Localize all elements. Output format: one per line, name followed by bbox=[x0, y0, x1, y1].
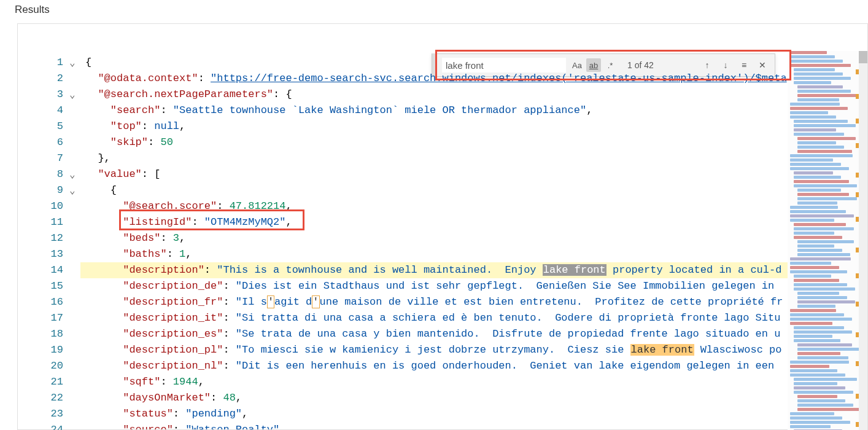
line-number-gutter: 123456789101112131415161718192021222324 bbox=[18, 55, 68, 430]
code-line[interactable]: "listingId": "OTM4MzMyMQ2", bbox=[80, 214, 788, 230]
code-line[interactable]: "daysOnMarket": 48, bbox=[80, 390, 788, 406]
minimap-line bbox=[794, 378, 857, 381]
fold-chevron-icon bbox=[69, 246, 80, 262]
minimap-line bbox=[790, 111, 828, 114]
fold-chevron-icon bbox=[69, 342, 80, 358]
code-line[interactable]: "status": "pending", bbox=[80, 406, 788, 422]
minimap-line bbox=[797, 244, 834, 248]
code-line[interactable]: "description_nl": "Dit is een herenhuis … bbox=[80, 358, 788, 374]
minimap-line bbox=[790, 55, 835, 58]
code-line[interactable]: "description": "This is a townhouse and … bbox=[80, 262, 788, 278]
minimap-line bbox=[797, 240, 854, 243]
minimap-line bbox=[790, 257, 851, 260]
minimap-line bbox=[794, 330, 852, 334]
code-line[interactable]: "source": "Watson Realty", bbox=[80, 422, 788, 429]
code-line[interactable]: "skip": 50 bbox=[80, 135, 788, 150]
minimap-line bbox=[790, 64, 851, 67]
minimap-line bbox=[790, 270, 847, 273]
minimap-line bbox=[790, 412, 834, 415]
minimap[interactable] bbox=[788, 51, 859, 430]
minimap-line bbox=[790, 322, 832, 325]
code-line[interactable]: "@search.score": 47.812214, bbox=[80, 198, 788, 214]
code-line[interactable]: "top": null, bbox=[80, 119, 788, 135]
vertical-scrollbar[interactable] bbox=[859, 51, 867, 430]
fold-chevron-icon[interactable] bbox=[69, 182, 80, 198]
code-line[interactable]: "baths": 1, bbox=[80, 246, 788, 262]
code-line[interactable]: }, bbox=[80, 150, 788, 166]
minimap-line bbox=[790, 210, 846, 213]
minimap-line bbox=[797, 189, 841, 192]
minimap-line bbox=[790, 361, 849, 364]
code-line[interactable]: "search": "Seattle townhouse `Lake Washi… bbox=[80, 103, 788, 119]
minimap-line bbox=[794, 176, 841, 179]
code-line[interactable]: { bbox=[80, 55, 788, 71]
code-line[interactable]: "description_it": "Si tratta di una casa… bbox=[80, 310, 788, 326]
code-line[interactable]: { bbox=[80, 182, 788, 198]
minimap-line bbox=[790, 60, 843, 63]
fold-gutter bbox=[69, 55, 80, 430]
minimap-line bbox=[797, 201, 837, 205]
fold-chevron-icon[interactable] bbox=[69, 166, 80, 182]
minimap-line bbox=[790, 154, 853, 157]
minimap-line bbox=[794, 326, 844, 329]
minimap-line bbox=[790, 51, 827, 54]
line-number: 14 bbox=[18, 262, 68, 278]
code-line[interactable]: "value": [ bbox=[80, 166, 788, 182]
minimap-line bbox=[797, 193, 849, 196]
code-line[interactable]: "beds": 3, bbox=[80, 230, 788, 246]
minimap-line bbox=[794, 279, 839, 282]
minimap-line bbox=[797, 98, 839, 101]
minimap-line bbox=[790, 373, 845, 377]
fold-chevron-icon[interactable] bbox=[69, 87, 80, 103]
code-line[interactable]: "@odata.context": "https://free-demo-sea… bbox=[80, 71, 788, 87]
fold-chevron-icon bbox=[69, 230, 80, 246]
fold-chevron-icon bbox=[69, 422, 80, 430]
minimap-line bbox=[797, 150, 852, 153]
fold-chevron-icon bbox=[69, 326, 80, 342]
line-number: 6 bbox=[18, 135, 68, 150]
code-line[interactable]: "@search.nextPageParameters": { bbox=[80, 87, 788, 103]
minimap-line bbox=[797, 395, 837, 398]
fold-chevron-icon[interactable] bbox=[69, 55, 80, 71]
code-line[interactable]: "description_de": "Dies ist ein Stadthau… bbox=[80, 278, 788, 294]
line-number: 7 bbox=[18, 150, 68, 166]
fold-chevron-icon bbox=[69, 374, 80, 390]
code-content[interactable]: { "@odata.context": "https://free-demo-s… bbox=[80, 55, 788, 429]
code-line[interactable]: "sqft": 1944, bbox=[80, 374, 788, 390]
fold-chevron-icon bbox=[69, 119, 80, 135]
minimap-line bbox=[797, 94, 859, 97]
minimap-line bbox=[797, 305, 835, 308]
line-number: 11 bbox=[18, 214, 68, 230]
minimap-line bbox=[794, 124, 856, 127]
code-line[interactable]: "description_pl": "To miesci sie w kamie… bbox=[80, 342, 788, 358]
minimap-line bbox=[794, 287, 855, 291]
code-editor[interactable]: Aa ab .* 1 of 42 ↑ ↓ ≡ ✕ 123456789101112… bbox=[17, 23, 868, 430]
minimap-line bbox=[790, 369, 837, 372]
code-line[interactable]: "description_es": "Se trata de una casa … bbox=[80, 326, 788, 342]
minimap-line bbox=[797, 408, 859, 411]
minimap-line bbox=[790, 103, 840, 106]
minimap-line bbox=[794, 382, 837, 385]
minimap-line bbox=[790, 163, 841, 166]
minimap-line bbox=[794, 72, 843, 76]
scroll-thumb[interactable] bbox=[859, 51, 867, 63]
minimap-line bbox=[797, 300, 855, 303]
fold-chevron-icon bbox=[69, 198, 80, 214]
fold-chevron-icon bbox=[69, 150, 80, 166]
code-line[interactable]: "description_fr": "Il s'agit d'une maiso… bbox=[80, 294, 788, 310]
minimap-line bbox=[797, 85, 843, 88]
minimap-line bbox=[797, 343, 852, 346]
minimap-line bbox=[790, 425, 831, 428]
line-number: 18 bbox=[18, 326, 68, 342]
minimap-line bbox=[797, 249, 842, 252]
line-number: 17 bbox=[18, 310, 68, 326]
fold-chevron-icon bbox=[69, 390, 80, 406]
minimap-line bbox=[794, 120, 848, 123]
line-number: 16 bbox=[18, 294, 68, 310]
minimap-line bbox=[790, 421, 850, 424]
minimap-line bbox=[794, 77, 851, 80]
minimap-line bbox=[790, 309, 836, 312]
minimap-line bbox=[797, 404, 853, 407]
fold-chevron-icon bbox=[69, 214, 80, 230]
minimap-line bbox=[797, 253, 850, 256]
